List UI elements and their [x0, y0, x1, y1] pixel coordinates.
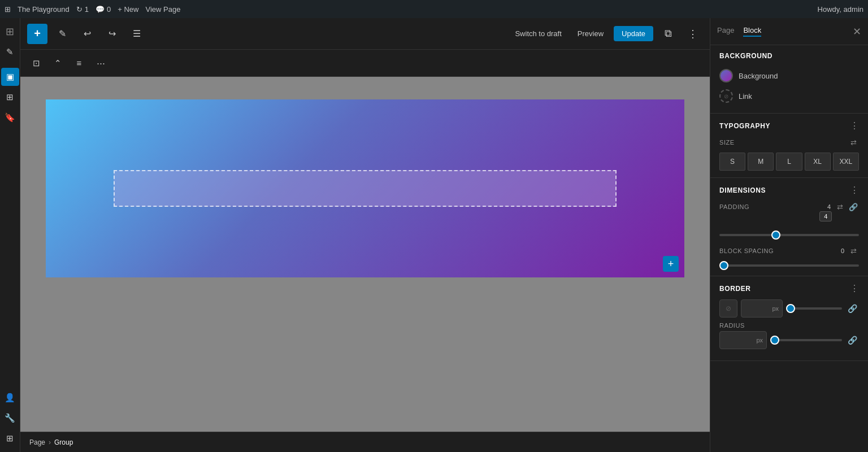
canvas-area: +: [20, 77, 710, 432]
typography-header: Typography ⋮: [719, 120, 859, 131]
padding-link-icon[interactable]: 🔗: [848, 201, 859, 212]
link-color-row: ⊘ Link: [719, 86, 859, 106]
padding-tooltip: 4: [819, 211, 832, 221]
add-block-canvas-button[interactable]: +: [663, 256, 679, 272]
background-title: Background: [719, 52, 859, 60]
preview-button[interactable]: Preview: [572, 26, 609, 41]
updates-icon: ↻: [76, 5, 83, 14]
background-color-label: Background: [739, 72, 778, 80]
list-view-button[interactable]: ☰: [127, 24, 147, 44]
editor-toolbar: + ✎ ↩ ↪ ☰ Switch to draft Preview Update…: [20, 18, 710, 50]
wp-logo[interactable]: ⊞: [5, 5, 11, 14]
border-width-input[interactable]: px: [741, 299, 783, 318]
typography-section: Typography ⋮ SIZE ⇄ S M L XL XXL: [710, 114, 868, 178]
block-move-button[interactable]: ⌃: [49, 54, 67, 72]
padding-reset-icon[interactable]: ⇄: [834, 201, 845, 212]
block-spacing-slider-wrap: [719, 259, 859, 269]
sidebar-icon-grid[interactable]: ⊞: [1, 429, 19, 447]
size-m-button[interactable]: M: [748, 153, 774, 171]
size-l-button[interactable]: L: [776, 153, 802, 171]
view-toggle-button[interactable]: ⧉: [658, 24, 678, 44]
sidebar-icon-tool[interactable]: 🔧: [1, 409, 19, 427]
update-button[interactable]: Update: [614, 26, 653, 41]
block-spacing-value: 0: [841, 247, 844, 254]
size-xl-button[interactable]: XL: [805, 153, 831, 171]
view-page-label: View Page: [145, 5, 180, 14]
comments-button[interactable]: 💬 0: [96, 5, 111, 14]
block-select-button[interactable]: ⊡: [27, 54, 45, 72]
updates-count: 1: [85, 5, 89, 14]
edit-button[interactable]: ✎: [52, 24, 72, 44]
group-block[interactable]: +: [46, 99, 684, 277]
new-label: + New: [118, 5, 138, 14]
size-s-button[interactable]: S: [719, 153, 745, 171]
left-sidebar: ⊞ ✎ ▣ ⊞ 🔖 👤 🔧 ⊞: [0, 18, 20, 452]
wp-logo-icon: ⊞: [5, 5, 11, 14]
border-radius-input[interactable]: px: [719, 331, 767, 349]
toolbar-right: Switch to draft Preview Update ⧉ ⋮: [509, 24, 703, 44]
updates-button[interactable]: ↻ 1: [76, 5, 89, 14]
size-label: SIZE: [719, 139, 848, 146]
site-name[interactable]: The Playground: [18, 5, 70, 14]
add-block-toolbar-button[interactable]: +: [27, 24, 47, 44]
dimensions-section: Dimensions ⋮ PADDING 4 ⇄ 🔗 4 BLOCK SPACI…: [710, 178, 868, 276]
padding-slider[interactable]: [719, 234, 859, 236]
block-spacing-slider[interactable]: [719, 264, 859, 267]
sidebar-icon-user[interactable]: 👤: [1, 389, 19, 407]
border-header: Border ⋮: [719, 283, 859, 294]
howdy-user: Howdy, admin: [818, 5, 863, 14]
panel-close-button[interactable]: ✕: [853, 25, 861, 38]
sidebar-icon-blocks[interactable]: ⊞: [1, 88, 19, 106]
redo-button[interactable]: ↪: [102, 24, 122, 44]
typography-title: Typography: [719, 122, 850, 130]
radius-label-row: RADIUS: [719, 322, 859, 329]
sidebar-icon-bookmark[interactable]: 🔖: [1, 108, 19, 127]
padding-value: 4: [827, 203, 831, 210]
radius-px-label: px: [757, 337, 763, 344]
block-spacing-reset-icon[interactable]: ⇄: [848, 245, 859, 257]
background-header: Background: [719, 52, 859, 60]
more-options-button[interactable]: ⋮: [683, 24, 703, 44]
background-color-swatch[interactable]: [719, 69, 733, 82]
block-spacing-label: BLOCK SPACING: [719, 247, 841, 254]
size-xxl-button[interactable]: XXL: [833, 153, 859, 171]
sidebar-icon-wp[interactable]: ⊞: [1, 23, 19, 41]
new-button[interactable]: + New: [118, 5, 138, 14]
comments-icon: 💬: [96, 5, 105, 14]
border-radius-row: px 🔗: [719, 331, 859, 349]
right-panel: Page Block ✕ Background Background ⊘ Lin…: [710, 18, 868, 452]
block-align-button[interactable]: ≡: [70, 54, 88, 72]
border-width-slider[interactable]: [786, 307, 842, 310]
border-link-icon[interactable]: 🔗: [845, 302, 859, 315]
tab-block[interactable]: Block: [743, 26, 761, 37]
size-buttons: S M L XL XXL: [719, 153, 859, 171]
border-section: Border ⋮ ⊘ px 🔗 RADIUS px: [710, 276, 868, 361]
panel-tabs: Page Block ✕: [710, 18, 868, 45]
border-radius-slider[interactable]: [770, 339, 842, 341]
dimensions-menu-icon[interactable]: ⋮: [850, 185, 859, 195]
sidebar-icon-pages[interactable]: ▣: [1, 68, 19, 86]
inner-selected-block[interactable]: [114, 170, 617, 207]
switch-draft-button[interactable]: Switch to draft: [509, 26, 567, 41]
link-color-swatch[interactable]: ⊘: [719, 89, 733, 103]
view-page-button[interactable]: View Page: [145, 5, 180, 14]
radius-link-icon[interactable]: 🔗: [845, 333, 859, 347]
comments-count: 0: [107, 5, 111, 14]
border-icon-button[interactable]: ⊘: [719, 299, 737, 318]
size-label-row: SIZE ⇄: [719, 137, 859, 148]
breadcrumb-page[interactable]: Page: [29, 438, 45, 446]
border-menu-icon[interactable]: ⋮: [850, 283, 859, 294]
undo-button[interactable]: ↩: [77, 24, 97, 44]
tab-page[interactable]: Page: [717, 26, 734, 37]
typography-menu-icon[interactable]: ⋮: [850, 120, 859, 131]
block-more-button[interactable]: ⋯: [92, 54, 110, 72]
link-color-label: Link: [739, 92, 752, 101]
breadcrumb-group[interactable]: Group: [54, 438, 73, 446]
background-section: Background Background ⊘ Link: [710, 45, 868, 114]
border-px-label: px: [772, 305, 779, 312]
block-spacing-label-row: BLOCK SPACING 0 ⇄: [719, 245, 859, 257]
size-reset-icon[interactable]: ⇄: [848, 137, 859, 148]
padding-slider-wrap: 4: [719, 215, 859, 238]
background-color-row: Background: [719, 66, 859, 86]
sidebar-icon-edit[interactable]: ✎: [1, 43, 19, 61]
